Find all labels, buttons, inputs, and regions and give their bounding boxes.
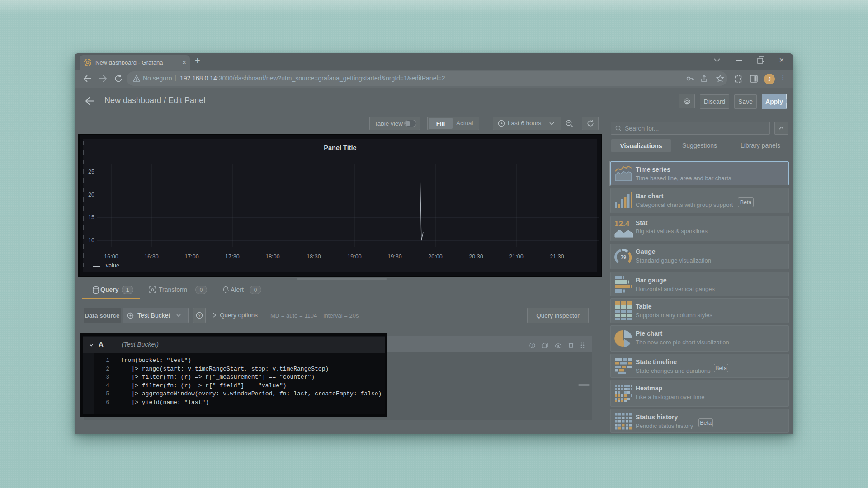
svg-text:?: ? [531,343,533,347]
svg-text:?: ? [198,313,200,318]
svg-text:12.4: 12.4 [614,220,630,228]
svg-text:79: 79 [621,254,626,260]
